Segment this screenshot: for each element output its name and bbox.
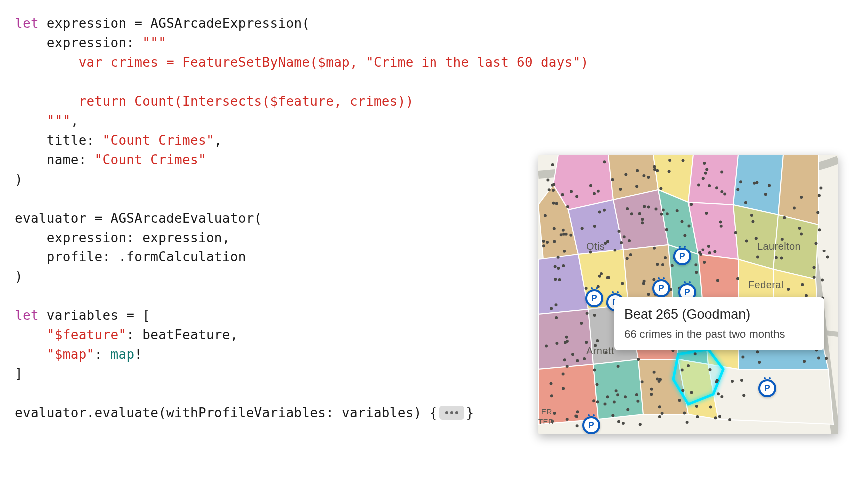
svg-point-156 xyxy=(563,250,566,253)
svg-point-257 xyxy=(638,212,641,215)
svg-point-139 xyxy=(626,207,629,210)
svg-point-216 xyxy=(734,231,737,234)
svg-point-148 xyxy=(619,188,622,191)
code-text: title: xyxy=(15,133,103,148)
svg-point-101 xyxy=(716,279,719,282)
svg-point-111 xyxy=(741,356,744,359)
svg-point-299 xyxy=(562,372,565,375)
svg-point-234 xyxy=(596,400,599,403)
svg-point-125 xyxy=(698,251,701,254)
svg-point-37 xyxy=(576,410,579,413)
svg-point-53 xyxy=(653,371,656,374)
police-marker-icon[interactable]: P xyxy=(758,379,776,399)
svg-point-222 xyxy=(793,207,796,210)
svg-point-103 xyxy=(658,405,661,408)
svg-point-307 xyxy=(562,229,565,232)
keyword-let: let xyxy=(15,16,39,31)
svg-point-294 xyxy=(603,160,606,163)
svg-point-327 xyxy=(606,395,609,398)
svg-point-219 xyxy=(817,357,820,360)
svg-point-217 xyxy=(821,278,824,281)
svg-point-238 xyxy=(740,379,743,382)
svg-point-40 xyxy=(571,353,574,356)
svg-point-51 xyxy=(800,233,803,236)
code-text: : beatFeature, xyxy=(126,327,238,342)
svg-point-254 xyxy=(593,192,596,195)
svg-point-152 xyxy=(565,336,568,339)
svg-point-164 xyxy=(653,168,656,171)
svg-point-68 xyxy=(695,271,698,274)
svg-point-256 xyxy=(755,237,758,240)
svg-point-226 xyxy=(637,358,640,361)
code-text: profile: .formCalculation xyxy=(15,250,246,264)
svg-point-122 xyxy=(580,322,583,325)
map-callout[interactable]: Beat 265 (Goodman) 66 crimes in the past… xyxy=(614,297,824,350)
svg-point-34 xyxy=(800,196,803,199)
svg-point-94 xyxy=(551,163,554,166)
svg-point-267 xyxy=(825,357,828,360)
svg-point-215 xyxy=(813,266,816,269)
svg-point-129 xyxy=(552,189,555,192)
svg-point-98 xyxy=(681,389,684,392)
svg-point-79 xyxy=(668,159,671,162)
svg-point-188 xyxy=(613,400,616,403)
svg-point-48 xyxy=(656,169,659,172)
svg-point-275 xyxy=(723,193,726,196)
svg-point-124 xyxy=(615,389,618,392)
code-text: ] xyxy=(15,366,23,381)
svg-point-87 xyxy=(664,256,667,259)
svg-point-47 xyxy=(566,205,569,208)
svg-point-295 xyxy=(751,220,754,223)
map-thumbnail[interactable]: Otis Laurelton Federal Arnett ER TER P P… xyxy=(538,155,838,434)
svg-point-163 xyxy=(656,378,659,381)
svg-point-138 xyxy=(681,220,684,223)
svg-point-174 xyxy=(690,203,693,206)
svg-point-314 xyxy=(696,415,699,418)
svg-point-208 xyxy=(659,378,662,381)
svg-point-81 xyxy=(546,241,549,244)
svg-point-59 xyxy=(686,421,689,424)
string-literal: "$feature" xyxy=(15,327,126,342)
svg-point-243 xyxy=(702,177,705,180)
svg-point-180 xyxy=(553,227,556,230)
code-fold-icon[interactable] xyxy=(439,406,464,420)
police-marker-icon[interactable]: P xyxy=(652,279,670,299)
string-literal: "Count Crimes" xyxy=(103,133,214,148)
svg-point-104 xyxy=(780,257,783,260)
code-text: variables = [ xyxy=(39,308,150,323)
svg-point-250 xyxy=(728,418,731,421)
svg-point-236 xyxy=(708,251,711,254)
svg-point-187 xyxy=(707,245,710,248)
police-marker-icon[interactable]: P xyxy=(585,289,603,309)
svg-marker-4 xyxy=(688,155,738,205)
svg-point-172 xyxy=(665,228,668,231)
svg-point-159 xyxy=(701,249,704,251)
svg-point-221 xyxy=(803,360,806,363)
svg-point-38 xyxy=(655,208,658,211)
svg-point-329 xyxy=(720,395,723,398)
svg-point-230 xyxy=(554,265,557,268)
svg-point-231 xyxy=(636,169,639,172)
identifier: map xyxy=(110,347,134,362)
svg-point-185 xyxy=(818,228,821,231)
svg-point-154 xyxy=(623,235,626,238)
svg-point-49 xyxy=(826,256,829,259)
svg-point-304 xyxy=(566,365,569,368)
police-marker-icon[interactable]: P xyxy=(673,248,691,267)
svg-point-127 xyxy=(626,257,629,260)
svg-point-286 xyxy=(583,357,586,360)
svg-point-205 xyxy=(660,213,663,216)
svg-point-107 xyxy=(709,368,712,371)
svg-point-133 xyxy=(545,344,548,347)
code-text: name: xyxy=(15,152,95,167)
svg-point-146 xyxy=(695,405,698,408)
svg-point-191 xyxy=(816,211,819,214)
svg-marker-6 xyxy=(778,155,818,225)
police-marker-icon[interactable]: P xyxy=(582,416,600,434)
svg-point-182 xyxy=(575,415,578,418)
svg-point-189 xyxy=(697,183,700,186)
svg-point-251 xyxy=(565,233,568,236)
svg-point-321 xyxy=(650,393,653,396)
svg-point-186 xyxy=(703,162,706,165)
code-text: : xyxy=(95,347,111,362)
